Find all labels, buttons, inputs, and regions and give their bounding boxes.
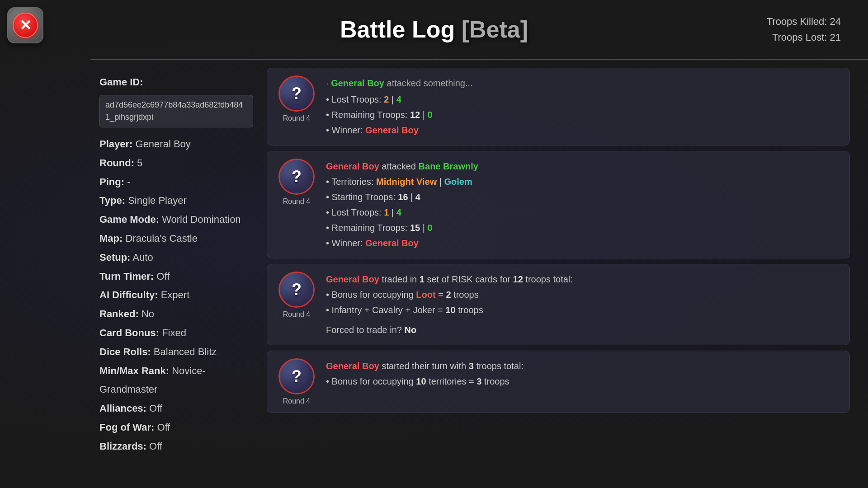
lost-troops-line-1: • Lost Troops: 2 | 4 — [326, 92, 840, 107]
log-content-4: General Boy started their turn with 3 tr… — [326, 358, 840, 389]
player-row: Player: General Boy — [99, 135, 253, 154]
fog-of-war-row: Fog of War: Off — [99, 418, 253, 437]
bonus-territory-line: • Bonus for occupying Loot = 2 troops — [326, 287, 840, 302]
avatar-2: ? — [278, 159, 315, 195]
card-bonus-row: Card Bonus: Fixed — [99, 324, 253, 343]
blizzards-row: Blizzards: Off — [99, 437, 253, 456]
round-row: Round: 5 — [99, 154, 253, 173]
remaining-troops-line-1: • Remaining Troops: 12 | 0 — [326, 107, 840, 122]
remaining-troops-line-2: • Remaining Troops: 15 | 0 — [326, 220, 840, 235]
ping-row: Ping: - — [99, 173, 253, 192]
partial-line: · General Boy attacked something... — [326, 75, 840, 91]
winner-line-2: • Winner: General Boy — [326, 235, 840, 251]
dice-rolls-row: Dice Rolls: Balanced Blitz — [99, 343, 253, 361]
round-label-3: Round 4 — [283, 310, 311, 319]
alliances-row: Alliances: Off — [99, 399, 253, 418]
min-max-rank-row: Min/Max Rank: Novice-Grandmaster — [99, 361, 253, 399]
attack-header: General Boy attacked Bane Brawnly — [326, 159, 840, 174]
log-content-1: · General Boy attacked something... • Lo… — [326, 75, 840, 138]
battle-log-panel[interactable]: ? Round 4 · General Boy attacked somethi… — [267, 63, 850, 488]
log-entry-partial: ? Round 4 · General Boy attacked somethi… — [267, 68, 850, 145]
avatar-1: ? — [278, 75, 315, 112]
avatar-icon-1: ? — [292, 84, 302, 103]
turn-timer-row: Turn Timer: Off — [99, 267, 253, 286]
forced-line: Forced to trade in? No — [326, 322, 840, 338]
avatar-3: ? — [278, 272, 315, 308]
avatar-icon-2: ? — [292, 167, 302, 186]
turn-header: General Boy started their turn with 3 tr… — [326, 358, 840, 374]
ranked-row: Ranked: No — [99, 305, 253, 324]
avatar-col-2: ? Round 4 — [276, 159, 317, 206]
round-label-4: Round 4 — [283, 397, 311, 405]
game-id-label: Game ID: — [99, 72, 253, 92]
ai-difficulty-row: AI Difficulty: Expert — [99, 286, 253, 305]
territories-line: • Territories: Midnight View | Golem — [326, 174, 840, 189]
log-entry-trade: ? Round 4 General Boy traded in 1 set of… — [267, 264, 850, 345]
winner-line-1: • Winner: General Boy — [326, 122, 840, 138]
troops-killed: Troops Killed: 24 — [767, 14, 841, 29]
territory-bonus-line: • Bonus for occupying 10 territories = 3… — [326, 374, 840, 389]
type-row: Type: Single Player — [99, 191, 253, 210]
map-row: Map: Dracula's Castle — [99, 229, 253, 248]
title-main: Battle Log — [340, 16, 462, 42]
avatar-icon-3: ? — [292, 280, 302, 299]
left-panel: Game ID: ad7d56ee2c6977b84a33ad682fdb484… — [90, 63, 262, 488]
starting-troops-line: • Starting Troops: 16 | 4 — [326, 189, 840, 205]
log-content-2: General Boy attacked Bane Brawnly • Terr… — [326, 159, 840, 251]
avatar-4: ? — [278, 358, 315, 394]
round-label-2: Round 4 — [283, 197, 311, 206]
troops-lost: Troops Lost: 21 — [767, 29, 841, 45]
avatar-col-1: ? Round 4 — [276, 75, 317, 122]
log-content-3: General Boy traded in 1 set of RISK card… — [326, 272, 840, 338]
avatar-col-3: ? Round 4 — [276, 272, 317, 319]
lost-troops-line-2: • Lost Troops: 1 | 4 — [326, 205, 840, 220]
header-divider — [90, 59, 868, 60]
log-entry-attack: ? Round 4 General Boy attacked Bane Braw… — [267, 151, 850, 258]
avatar-icon-4: ? — [292, 367, 302, 386]
game-id-value: ad7d56ee2c6977b84a33ad682fdb4841_pihsgrj… — [99, 95, 253, 127]
page-title: Battle Log [Beta] — [340, 16, 528, 43]
card-combo-line: • Infantry + Cavalry + Joker = 10 troops — [326, 302, 840, 318]
title-beta: [Beta] — [462, 16, 528, 42]
round-label-1: Round 4 — [283, 114, 311, 122]
setup-row: Setup: Auto — [99, 248, 253, 267]
game-mode-row: Game Mode: World Domination — [99, 210, 253, 229]
avatar-col-4: ? Round 4 — [276, 358, 317, 405]
log-entry-turn: ? Round 4 General Boy started their turn… — [267, 351, 850, 413]
trade-header: General Boy traded in 1 set of RISK card… — [326, 272, 840, 287]
header-stats: Troops Killed: 24 Troops Lost: 21 — [767, 14, 841, 45]
header: Battle Log [Beta] Troops Killed: 24 Troo… — [0, 0, 868, 59]
